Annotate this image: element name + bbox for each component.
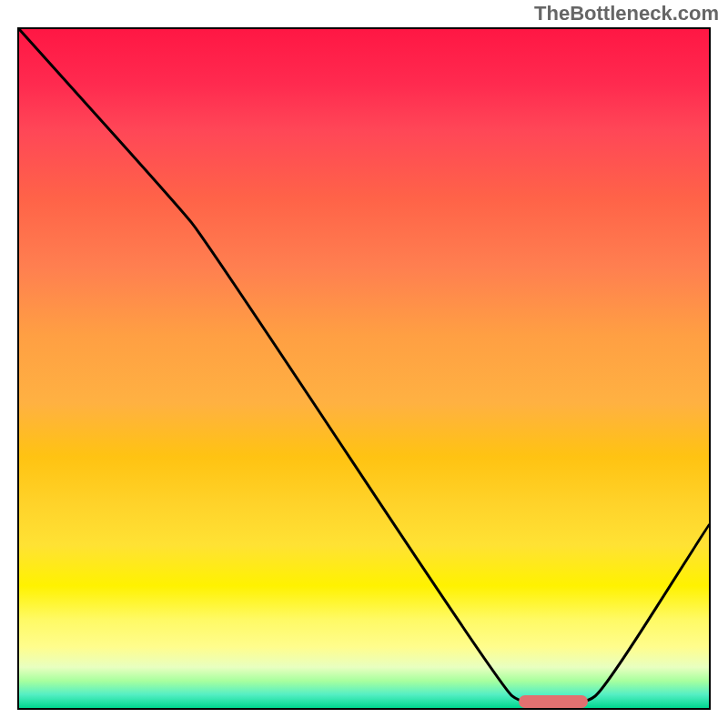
chart-area: [17, 27, 711, 710]
bottleneck-curve: [19, 29, 709, 708]
optimal-range-marker: [519, 695, 588, 708]
watermark-text: TheBottleneck.com: [534, 2, 719, 25]
